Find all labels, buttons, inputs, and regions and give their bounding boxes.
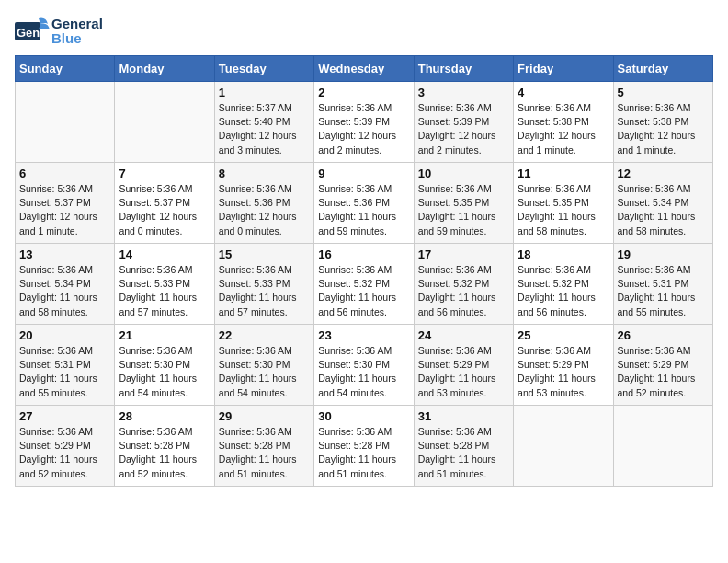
day-number: 18 — [518, 247, 609, 261]
day-info: Sunrise: 5:36 AM Sunset: 5:28 PM Dayligh… — [318, 425, 409, 481]
day-number: 19 — [618, 247, 709, 261]
calendar-cell: 25Sunrise: 5:36 AM Sunset: 5:29 PM Dayli… — [514, 325, 613, 406]
calendar-cell — [115, 82, 214, 163]
calendar-cell: 15Sunrise: 5:36 AM Sunset: 5:33 PM Dayli… — [214, 244, 313, 325]
day-info: Sunrise: 5:36 AM Sunset: 5:35 PM Dayligh… — [418, 182, 509, 238]
calendar-header-row: SundayMondayTuesdayWednesdayThursdayFrid… — [16, 56, 713, 82]
calendar-cell: 11Sunrise: 5:36 AM Sunset: 5:35 PM Dayli… — [514, 163, 613, 244]
calendar-cell — [613, 406, 712, 487]
calendar-table: SundayMondayTuesdayWednesdayThursdayFrid… — [15, 55, 713, 487]
calendar-week-5: 27Sunrise: 5:36 AM Sunset: 5:29 PM Dayli… — [16, 406, 713, 487]
calendar-cell: 12Sunrise: 5:36 AM Sunset: 5:34 PM Dayli… — [613, 163, 712, 244]
day-info: Sunrise: 5:36 AM Sunset: 5:37 PM Dayligh… — [119, 182, 210, 238]
calendar-cell: 6Sunrise: 5:36 AM Sunset: 5:37 PM Daylig… — [16, 163, 115, 244]
header-thursday: Thursday — [414, 56, 513, 82]
day-number: 27 — [19, 409, 110, 423]
day-number: 14 — [119, 247, 210, 261]
day-number: 3 — [418, 86, 509, 99]
day-info: Sunrise: 5:37 AM Sunset: 5:40 PM Dayligh… — [219, 101, 310, 157]
day-number: 5 — [618, 86, 709, 99]
calendar-cell: 23Sunrise: 5:36 AM Sunset: 5:30 PM Dayli… — [314, 325, 414, 406]
calendar-cell: 5Sunrise: 5:36 AM Sunset: 5:38 PM Daylig… — [613, 82, 712, 163]
day-number: 15 — [219, 247, 310, 261]
day-number: 1 — [219, 86, 310, 99]
header-monday: Monday — [115, 56, 214, 82]
day-info: Sunrise: 5:36 AM Sunset: 5:34 PM Dayligh… — [618, 182, 709, 238]
calendar-cell: 14Sunrise: 5:36 AM Sunset: 5:33 PM Dayli… — [115, 244, 214, 325]
day-info: Sunrise: 5:36 AM Sunset: 5:28 PM Dayligh… — [219, 425, 310, 481]
day-number: 4 — [518, 86, 609, 99]
calendar-cell: 4Sunrise: 5:36 AM Sunset: 5:38 PM Daylig… — [514, 82, 613, 163]
calendar-cell — [16, 82, 115, 163]
logo: Gen General Blue — [15, 15, 103, 48]
day-number: 8 — [219, 167, 310, 180]
logo-icon: Gen — [15, 15, 50, 48]
logo-text-blue: Blue — [51, 31, 103, 47]
calendar-cell: 10Sunrise: 5:36 AM Sunset: 5:35 PM Dayli… — [414, 163, 513, 244]
day-info: Sunrise: 5:36 AM Sunset: 5:29 PM Dayligh… — [418, 344, 509, 400]
day-info: Sunrise: 5:36 AM Sunset: 5:36 PM Dayligh… — [318, 182, 409, 238]
calendar-cell: 22Sunrise: 5:36 AM Sunset: 5:30 PM Dayli… — [214, 325, 313, 406]
calendar-cell: 24Sunrise: 5:36 AM Sunset: 5:29 PM Dayli… — [414, 325, 513, 406]
day-info: Sunrise: 5:36 AM Sunset: 5:39 PM Dayligh… — [418, 101, 509, 157]
day-info: Sunrise: 5:36 AM Sunset: 5:38 PM Dayligh… — [618, 101, 709, 157]
calendar-cell: 1Sunrise: 5:37 AM Sunset: 5:40 PM Daylig… — [214, 82, 313, 163]
calendar-cell: 28Sunrise: 5:36 AM Sunset: 5:28 PM Dayli… — [115, 406, 214, 487]
calendar-week-1: 1Sunrise: 5:37 AM Sunset: 5:40 PM Daylig… — [16, 82, 713, 163]
day-number: 17 — [418, 247, 509, 261]
day-info: Sunrise: 5:36 AM Sunset: 5:29 PM Dayligh… — [618, 344, 709, 400]
calendar-cell: 3Sunrise: 5:36 AM Sunset: 5:39 PM Daylig… — [414, 82, 513, 163]
day-number: 31 — [418, 409, 509, 423]
calendar-cell: 18Sunrise: 5:36 AM Sunset: 5:32 PM Dayli… — [514, 244, 613, 325]
calendar-cell: 8Sunrise: 5:36 AM Sunset: 5:36 PM Daylig… — [214, 163, 313, 244]
calendar-cell: 13Sunrise: 5:36 AM Sunset: 5:34 PM Dayli… — [16, 244, 115, 325]
calendar-cell: 9Sunrise: 5:36 AM Sunset: 5:36 PM Daylig… — [314, 163, 414, 244]
day-info: Sunrise: 5:36 AM Sunset: 5:32 PM Dayligh… — [418, 263, 509, 319]
calendar-cell: 20Sunrise: 5:36 AM Sunset: 5:31 PM Dayli… — [16, 325, 115, 406]
header-tuesday: Tuesday — [214, 56, 313, 82]
page-header: Gen General Blue — [15, 15, 713, 48]
day-number: 21 — [119, 328, 210, 342]
day-info: Sunrise: 5:36 AM Sunset: 5:31 PM Dayligh… — [19, 344, 110, 400]
day-number: 7 — [119, 167, 210, 180]
header-sunday: Sunday — [16, 56, 115, 82]
day-info: Sunrise: 5:36 AM Sunset: 5:28 PM Dayligh… — [119, 425, 210, 481]
header-saturday: Saturday — [613, 56, 712, 82]
day-number: 26 — [618, 328, 709, 342]
day-number: 12 — [618, 167, 709, 180]
day-info: Sunrise: 5:36 AM Sunset: 5:33 PM Dayligh… — [119, 263, 210, 319]
day-info: Sunrise: 5:36 AM Sunset: 5:37 PM Dayligh… — [19, 182, 110, 238]
header-friday: Friday — [514, 56, 613, 82]
header-wednesday: Wednesday — [314, 56, 414, 82]
day-number: 16 — [318, 247, 409, 261]
day-number: 10 — [418, 167, 509, 180]
day-info: Sunrise: 5:36 AM Sunset: 5:30 PM Dayligh… — [318, 344, 409, 400]
calendar-week-2: 6Sunrise: 5:36 AM Sunset: 5:37 PM Daylig… — [16, 163, 713, 244]
day-number: 22 — [219, 328, 310, 342]
day-info: Sunrise: 5:36 AM Sunset: 5:31 PM Dayligh… — [618, 263, 709, 319]
day-number: 30 — [318, 409, 409, 423]
day-info: Sunrise: 5:36 AM Sunset: 5:29 PM Dayligh… — [518, 344, 609, 400]
day-number: 2 — [318, 86, 409, 99]
day-info: Sunrise: 5:36 AM Sunset: 5:30 PM Dayligh… — [219, 344, 310, 400]
svg-text:Gen: Gen — [17, 26, 40, 40]
calendar-cell: 30Sunrise: 5:36 AM Sunset: 5:28 PM Dayli… — [314, 406, 414, 487]
day-number: 24 — [418, 328, 509, 342]
day-number: 25 — [518, 328, 609, 342]
calendar-cell: 16Sunrise: 5:36 AM Sunset: 5:32 PM Dayli… — [314, 244, 414, 325]
calendar-cell: 17Sunrise: 5:36 AM Sunset: 5:32 PM Dayli… — [414, 244, 513, 325]
day-number: 11 — [518, 167, 609, 180]
day-info: Sunrise: 5:36 AM Sunset: 5:32 PM Dayligh… — [518, 263, 609, 319]
day-number: 20 — [19, 328, 110, 342]
calendar-cell: 29Sunrise: 5:36 AM Sunset: 5:28 PM Dayli… — [214, 406, 313, 487]
day-number: 28 — [119, 409, 210, 423]
day-number: 6 — [19, 167, 110, 180]
calendar-cell: 19Sunrise: 5:36 AM Sunset: 5:31 PM Dayli… — [613, 244, 712, 325]
day-number: 13 — [19, 247, 110, 261]
day-info: Sunrise: 5:36 AM Sunset: 5:35 PM Dayligh… — [518, 182, 609, 238]
calendar-cell: 2Sunrise: 5:36 AM Sunset: 5:39 PM Daylig… — [314, 82, 414, 163]
day-number: 23 — [318, 328, 409, 342]
calendar-cell: 21Sunrise: 5:36 AM Sunset: 5:30 PM Dayli… — [115, 325, 214, 406]
day-info: Sunrise: 5:36 AM Sunset: 5:34 PM Dayligh… — [19, 263, 110, 319]
calendar-cell: 27Sunrise: 5:36 AM Sunset: 5:29 PM Dayli… — [16, 406, 115, 487]
